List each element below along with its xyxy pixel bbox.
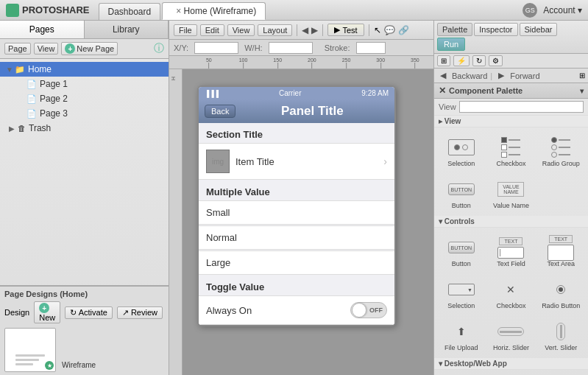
backward-label[interactable]: Backward (452, 71, 487, 80)
text-area-label: Text Area (547, 260, 575, 268)
back-btn[interactable]: Back (205, 105, 235, 118)
tree-item-page1[interactable]: 📄 Page 1 (0, 77, 169, 91)
list-item-row[interactable]: img Item Title › (199, 143, 394, 180)
wireframe-thumbnail[interactable]: ★ (4, 328, 56, 372)
link-tool-icon[interactable]: 🔗 (398, 25, 409, 35)
sidebar-tab-pages[interactable]: Pages (0, 21, 85, 38)
palette-item-file-upload[interactable]: ⬆ File Upload (437, 315, 486, 355)
horiz-slider-icon (496, 320, 525, 343)
ruler-tick-250: 250 (342, 57, 351, 69)
panel-title: Panel Title (235, 104, 389, 119)
page-icon: 📄 (26, 80, 37, 89)
new-page-btn[interactable]: + New Page (61, 42, 118, 55)
value-name-label: Value Name (493, 202, 529, 210)
palette-list-icon-btn[interactable]: ⚡ (453, 55, 470, 66)
palette-header[interactable]: ✕ Component Palette ▾ (434, 83, 588, 99)
value-name-icon: VALUE NAME (496, 178, 525, 200)
tab-group: Dashboard × Home (Wireframe) (99, 0, 268, 20)
canvas-area[interactable]: ▐▐▐ Carrier 9:28 AM Back Panel Title (183, 69, 433, 375)
pointer-tool-icon[interactable]: ↖ (374, 25, 381, 35)
main-layout: Pages Library Page View + New Page ⓘ ▼ 📁… (0, 21, 588, 375)
tab-dashboard[interactable]: Dashboard (99, 3, 161, 20)
account-label[interactable]: Account ▾ (543, 5, 582, 15)
palette-item-value-name[interactable]: VALUE NAME Value Name (487, 172, 536, 213)
ruler-tick-300: 300 (376, 57, 385, 69)
edit-menu-btn[interactable]: Edit (200, 24, 224, 36)
test-btn[interactable]: ▶ Test (327, 24, 364, 36)
wireframe-info: Wireframe (62, 328, 96, 372)
forward-label[interactable]: Forward (510, 71, 539, 80)
tree-item-page3[interactable]: 📄 Page 3 (0, 106, 169, 121)
section-title: Section Title (199, 123, 394, 143)
user-area: GS Account ▾ (523, 3, 582, 18)
tab-close-icon[interactable]: × (176, 6, 181, 16)
inspector-btn[interactable]: Inspector (474, 23, 517, 36)
sidebar-tab-library[interactable]: Library (85, 21, 169, 38)
chat-tool-icon[interactable]: 💬 (384, 25, 395, 35)
review-btn[interactable]: ↗ Review (117, 306, 163, 319)
tree-item-page2[interactable]: 📄 Page 2 (0, 91, 169, 106)
value-large[interactable]: Large (199, 250, 394, 275)
xy-input[interactable] (194, 42, 238, 54)
view-menu-btn-center[interactable]: View (227, 24, 255, 36)
xy-label: X/Y: (174, 43, 188, 52)
palette-search-input[interactable] (459, 101, 584, 113)
toolbar-row: File Edit View Layout ◀ ▶ ▶ Test ↖ 💬 🔗 (169, 21, 433, 40)
activate-btn[interactable]: ↻ Activate (65, 306, 113, 319)
view-menu-btn[interactable]: View (34, 43, 59, 55)
ctrl-checkbox-icon: ✕ (496, 278, 525, 301)
horiz-slider-label: Horiz. Slider (493, 344, 529, 352)
backward-btn[interactable]: ◀ (437, 70, 449, 81)
palette-settings-icon-btn[interactable]: ⚙ (489, 55, 503, 66)
tree-item-home[interactable]: ▼ 📁 Home (0, 62, 169, 77)
file-menu-btn[interactable]: File (174, 24, 197, 36)
phone-frame: ▐▐▐ Carrier 9:28 AM Back Panel Title (197, 85, 396, 326)
page-menu-btn[interactable]: Page (4, 43, 31, 55)
palette-item-vert-slider[interactable]: Vert. Slider (536, 315, 585, 355)
run-btn[interactable]: Run (437, 38, 465, 51)
new-page-icon: + (65, 43, 75, 54)
palette-close-icon[interactable]: ✕ (439, 85, 446, 96)
ctrl-selection-label: Selection (447, 302, 475, 310)
palette-item-ctrl-checkbox[interactable]: ✕ Checkbox (487, 273, 536, 313)
palette-item-ctrl-button[interactable]: BUTTON Button (437, 231, 486, 271)
palette-btn[interactable]: Palette (437, 23, 472, 36)
palette-item-radio-group[interactable]: Radio Group (536, 130, 585, 171)
palette-item-horiz-slider[interactable]: Horiz. Slider (487, 315, 536, 355)
nav-expand-icon[interactable]: ⊞ (579, 71, 585, 80)
ruler-area: 50 100 150 200 250 300 350 H-H (169, 56, 433, 375)
sidebar-toolbar: Page View + New Page ⓘ (0, 39, 169, 59)
text-area-icon: TEXT (546, 236, 575, 259)
value-normal[interactable]: Normal (199, 225, 394, 250)
palette-item-button[interactable]: BUTTON Button (437, 172, 486, 213)
wh-input[interactable] (269, 42, 313, 54)
sidebar-btn[interactable]: Sidebar (520, 23, 558, 36)
ctrl-button-label: Button (452, 260, 471, 268)
palette-grid-controls-section: BUTTON Button TEXT Text Field (434, 228, 588, 358)
thumb-decoration (15, 354, 46, 365)
palette-item-selection[interactable]: Selection (437, 130, 486, 171)
checkbox-label: Checkbox (496, 160, 525, 168)
palette-sub-toolbar: ⊞ ⚡ ↻ ⚙ (434, 54, 588, 69)
palette-item-text-area[interactable]: TEXT Text Area (536, 231, 585, 271)
forward-btn[interactable]: ▶ (495, 70, 507, 81)
palette-item-ctrl-selection[interactable]: ▼ Selection (437, 273, 486, 313)
palette-item-checkbox[interactable]: Checkbox (487, 130, 536, 171)
right-toolbar: Palette Inspector Sidebar Run (434, 21, 588, 54)
toggle-switch[interactable]: OFF (350, 302, 387, 318)
stroke-input[interactable] (356, 42, 386, 54)
phone-time: 9:28 AM (361, 89, 389, 97)
tree-item-trash[interactable]: ▶ 🗑 Trash (0, 121, 169, 136)
palette-dropdown-icon[interactable]: ▾ (580, 87, 584, 95)
palette-section-controls: ▾ Controls (434, 216, 588, 228)
palette-item-text-field[interactable]: TEXT Text Field (487, 231, 536, 271)
stroke-label: Stroke: (325, 43, 350, 52)
arrow-icon: ▼ (6, 66, 15, 74)
tab-home-wireframe[interactable]: × Home (Wireframe) (162, 2, 266, 20)
palette-item-radio-btn[interactable]: Radio Button (536, 273, 585, 313)
new-design-btn[interactable]: + New (34, 301, 60, 323)
palette-grid-icon-btn[interactable]: ⊞ (437, 55, 450, 66)
value-small[interactable]: Small (199, 200, 394, 225)
palette-refresh-icon-btn[interactable]: ↻ (472, 55, 486, 66)
layout-menu-btn[interactable]: Layout (258, 24, 292, 36)
